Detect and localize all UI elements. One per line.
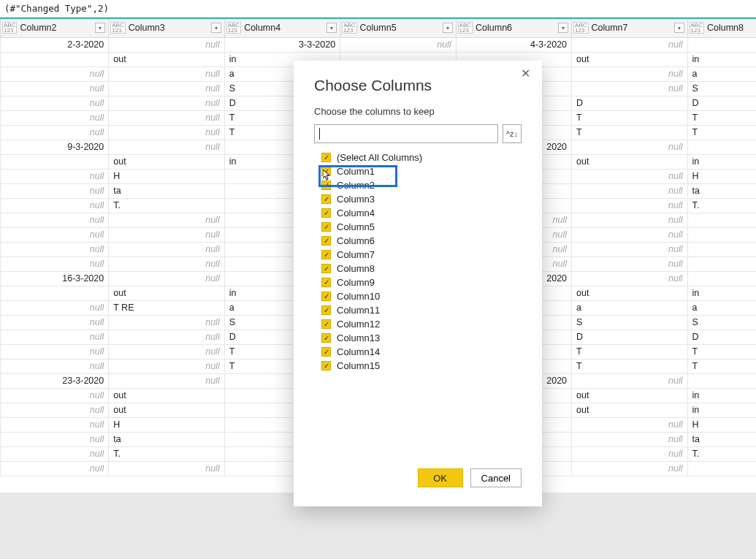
table-cell[interactable]: 26 — [687, 373, 756, 388]
table-cell[interactable]: 12 — [687, 140, 756, 154]
table-cell[interactable]: S — [687, 81, 756, 96]
table-cell[interactable]: D — [687, 330, 756, 344]
column-checkbox-row[interactable]: ✓Column7 — [314, 248, 522, 262]
column-search-input[interactable] — [314, 124, 498, 143]
table-cell[interactable]: ta — [687, 432, 756, 446]
table-cell[interactable]: null — [1, 330, 109, 344]
table-cell[interactable]: D — [687, 96, 756, 110]
table-cell[interactable]: in — [687, 286, 756, 300]
table-cell[interactable]: null — [1, 66, 109, 81]
table-cell[interactable]: null — [572, 432, 687, 446]
column-checkbox-row[interactable]: ✓Column4 — [314, 206, 522, 220]
table-cell[interactable]: in — [687, 154, 756, 169]
table-cell[interactable]: null — [109, 227, 224, 242]
filter-dropdown-icon[interactable]: ▾ — [211, 23, 221, 33]
table-cell[interactable]: T — [687, 110, 756, 125]
table-cell[interactable]: null — [1, 242, 109, 256]
table-cell[interactable]: null — [1, 446, 109, 461]
table-cell[interactable]: T — [572, 125, 687, 140]
table-cell[interactable]: null — [572, 183, 687, 198]
table-cell[interactable]: null — [1, 110, 109, 125]
table-cell[interactable]: out — [572, 52, 687, 66]
table-cell[interactable]: null — [572, 461, 687, 476]
column-checkbox-row[interactable]: ✓Column1 — [314, 164, 522, 178]
table-cell[interactable]: D — [572, 330, 687, 344]
table-cell[interactable]: S — [572, 315, 687, 330]
table-cell[interactable]: null — [109, 140, 224, 154]
table-cell[interactable]: 19 — [687, 271, 756, 286]
table-cell[interactable]: T — [572, 344, 687, 359]
table-cell[interactable]: null — [1, 300, 109, 315]
table-cell[interactable]: null — [1, 213, 109, 227]
table-cell[interactable]: out — [109, 388, 224, 403]
table-cell[interactable]: 23-3-2020 — [1, 373, 109, 388]
table-cell[interactable]: null — [572, 373, 687, 388]
table-cell[interactable]: out — [572, 154, 687, 169]
table-cell[interactable]: T — [687, 344, 756, 359]
table-cell[interactable]: ta — [109, 183, 224, 198]
column-checkbox-row[interactable]: ✓Column5 — [314, 220, 522, 234]
table-cell[interactable]: out — [109, 52, 224, 66]
table-cell[interactable]: out — [109, 286, 224, 300]
column-header[interactable]: ABC123Column3▾ — [109, 18, 224, 37]
table-cell[interactable]: T. — [687, 198, 756, 213]
table-cell[interactable]: null — [109, 373, 224, 388]
table-cell[interactable]: null — [1, 359, 109, 373]
table-cell[interactable]: null — [1, 169, 109, 183]
table-cell[interactable]: T. — [109, 446, 224, 461]
table-cell[interactable]: null — [1, 81, 109, 96]
table-cell[interactable]: T — [687, 125, 756, 140]
checkbox-icon[interactable]: ✓ — [321, 194, 331, 204]
table-cell[interactable]: out — [109, 154, 224, 169]
table-cell[interactable]: null — [109, 359, 224, 373]
table-cell[interactable]: null — [572, 81, 687, 96]
table-cell[interactable]: null — [109, 271, 224, 286]
column-header[interactable]: ABC123Column6▾ — [456, 18, 571, 37]
checkbox-icon[interactable]: ✓ — [321, 305, 331, 315]
table-cell[interactable]: null — [109, 96, 224, 110]
filter-dropdown-icon[interactable]: ▾ — [443, 23, 453, 33]
table-cell[interactable]: null — [572, 66, 687, 81]
table-cell[interactable]: 9-3-2020 — [1, 140, 109, 154]
table-cell[interactable] — [687, 256, 756, 271]
table-cell[interactable]: T — [572, 110, 687, 125]
checkbox-icon[interactable]: ✓ — [321, 250, 331, 259]
column-header[interactable]: ABC123Column4▾ — [224, 18, 340, 37]
table-cell[interactable]: null — [109, 256, 224, 271]
table-cell[interactable]: 16-3-2020 — [1, 271, 109, 286]
table-cell[interactable]: T — [572, 359, 687, 373]
column-header[interactable]: ABC123Column8▾ — [687, 18, 756, 37]
checkbox-icon[interactable]: ✓ — [321, 361, 331, 370]
table-cell[interactable]: null — [1, 461, 109, 476]
sort-az-button[interactable]: ᴬz↓ — [503, 124, 522, 143]
table-cell[interactable] — [687, 461, 756, 476]
table-cell[interactable]: out — [572, 388, 687, 403]
table-cell[interactable]: null — [109, 66, 224, 81]
table-cell[interactable]: in — [687, 52, 756, 66]
table-cell[interactable]: H — [109, 169, 224, 183]
column-checkbox-row[interactable]: ✓Column14 — [314, 345, 522, 359]
table-cell[interactable]: out — [109, 403, 224, 417]
filter-dropdown-icon[interactable]: ▾ — [327, 23, 337, 33]
table-cell[interactable]: H — [687, 169, 756, 183]
table-cell[interactable]: a — [687, 300, 756, 315]
table-cell[interactable]: null — [572, 37, 687, 52]
table-cell[interactable]: null — [572, 227, 687, 242]
table-cell[interactable]: null — [1, 388, 109, 403]
table-cell[interactable]: null — [109, 37, 224, 52]
table-cell[interactable]: null — [1, 403, 109, 417]
checkbox-icon[interactable]: ✓ — [321, 153, 331, 162]
table-cell[interactable]: null — [109, 242, 224, 256]
select-all-row[interactable]: ✓ (Select All Columns) — [314, 151, 522, 164]
column-checkbox-row[interactable]: ✓Column8 — [314, 262, 522, 275]
table-cell[interactable]: null — [1, 227, 109, 242]
table-cell[interactable]: null — [572, 242, 687, 256]
table-cell[interactable] — [687, 37, 756, 52]
table-cell[interactable]: out — [572, 403, 687, 417]
table-cell[interactable] — [1, 52, 109, 66]
table-cell[interactable]: in — [687, 403, 756, 417]
table-cell[interactable]: null — [572, 169, 687, 183]
table-cell[interactable]: null — [572, 446, 687, 461]
checkbox-icon[interactable]: ✓ — [321, 180, 331, 190]
table-cell[interactable]: in — [687, 388, 756, 403]
